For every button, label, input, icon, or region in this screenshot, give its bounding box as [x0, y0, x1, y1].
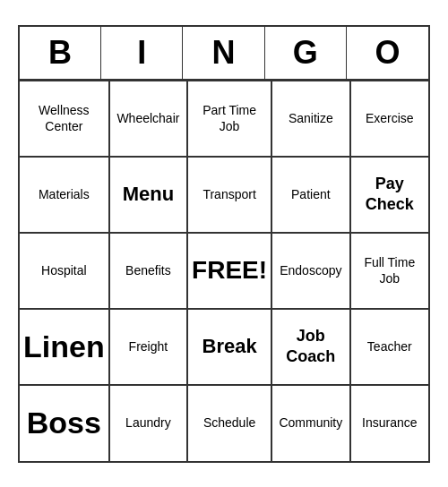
- header-letter: G: [265, 27, 347, 79]
- cell-text: Wheelchair: [116, 110, 179, 126]
- bingo-cell: Endoscopy: [271, 233, 349, 309]
- bingo-cell: Pay Check: [350, 157, 428, 233]
- bingo-cell: Benefits: [109, 233, 187, 309]
- header-letter: N: [183, 27, 264, 79]
- bingo-cell: Schedule: [187, 385, 271, 461]
- bingo-header: BINGO: [20, 27, 428, 81]
- header-letter: B: [20, 27, 101, 79]
- bingo-cell: Patient: [271, 157, 349, 233]
- cell-text: FREE!: [192, 254, 267, 286]
- bingo-cell: Materials: [20, 157, 109, 233]
- bingo-cell: Boss: [20, 385, 109, 461]
- cell-text: Patient: [291, 186, 331, 202]
- bingo-cell: Exercise: [350, 81, 428, 157]
- bingo-cell: Sanitize: [271, 81, 349, 157]
- cell-text: Wellness Center: [23, 102, 105, 134]
- cell-text: Exercise: [366, 110, 414, 126]
- cell-text: Menu: [123, 182, 174, 208]
- cell-text: Community: [279, 414, 342, 431]
- bingo-cell: FREE!: [187, 233, 271, 309]
- cell-text: Hospital: [41, 262, 87, 278]
- cell-text: Endoscopy: [280, 262, 341, 278]
- bingo-cell: Wheelchair: [109, 81, 187, 157]
- cell-text: Break: [202, 334, 257, 360]
- bingo-cell: Wellness Center: [20, 81, 109, 157]
- header-letter: O: [347, 27, 428, 79]
- bingo-cell: Menu: [109, 157, 187, 233]
- cell-text: Sanitize: [289, 110, 333, 126]
- cell-text: Linen: [23, 327, 105, 366]
- cell-text: Job Coach: [276, 326, 345, 368]
- bingo-cell: Break: [187, 309, 271, 385]
- cell-text: Laundry: [125, 414, 171, 431]
- cell-text: Freight: [129, 338, 168, 355]
- bingo-cell: Laundry: [109, 385, 187, 461]
- cell-text: Materials: [39, 186, 90, 202]
- bingo-cell: Linen: [20, 309, 109, 385]
- bingo-cell: Full Time Job: [350, 233, 428, 309]
- bingo-cell: Transport: [187, 157, 271, 233]
- bingo-cell: Hospital: [20, 233, 109, 309]
- bingo-cell: Part Time Job: [187, 81, 271, 157]
- cell-text: Teacher: [367, 338, 412, 355]
- cell-text: Insurance: [362, 414, 417, 431]
- bingo-cell: Freight: [109, 309, 187, 385]
- cell-text: Part Time Job: [192, 102, 267, 134]
- cell-text: Benefits: [125, 262, 171, 278]
- bingo-card: BINGO Wellness CenterWheelchairPart Time…: [18, 25, 430, 463]
- cell-text: Pay Check: [355, 174, 425, 216]
- bingo-cell: Job Coach: [271, 309, 349, 385]
- bingo-cell: Community: [271, 385, 349, 461]
- cell-text: Full Time Job: [355, 254, 425, 286]
- cell-text: Schedule: [203, 414, 255, 431]
- cell-text: Transport: [202, 186, 255, 202]
- bingo-cell: Insurance: [350, 385, 428, 461]
- bingo-grid: Wellness CenterWheelchairPart Time JobSa…: [20, 81, 428, 461]
- cell-text: Boss: [27, 403, 101, 442]
- header-letter: I: [101, 27, 183, 79]
- bingo-cell: Teacher: [350, 309, 428, 385]
